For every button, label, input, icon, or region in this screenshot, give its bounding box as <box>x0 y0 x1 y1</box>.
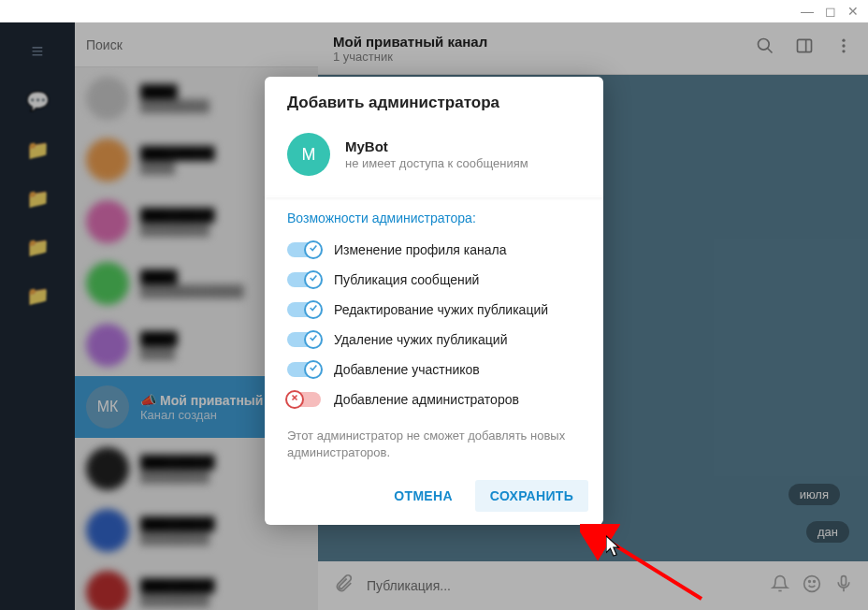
perm-label: Добавление участников <box>334 362 480 377</box>
close-button[interactable]: ✕ <box>847 4 859 19</box>
modal-title: Добавить администратора <box>265 77 603 120</box>
add-admin-modal: Добавить администратора M MyBot не имеет… <box>265 77 603 525</box>
modal-backdrop[interactable]: Добавить администратора M MyBot не имеет… <box>0 22 868 610</box>
user-name: MyBot <box>345 138 581 154</box>
perm-label: Редактирование чужих публикаций <box>334 302 548 317</box>
perm-label: Удаление чужих публикаций <box>334 332 507 347</box>
minimize-button[interactable]: — <box>801 4 814 19</box>
toggle-switch[interactable] <box>287 362 321 377</box>
toggle-switch[interactable] <box>287 392 321 407</box>
toggle-switch[interactable] <box>287 332 321 347</box>
toggle-switch[interactable] <box>287 302 321 317</box>
perm-change-profile[interactable]: Изменение профиля канала <box>287 235 581 265</box>
cancel-button[interactable]: ОТМЕНА <box>379 480 467 512</box>
perm-label: Добавление администраторов <box>334 392 519 407</box>
perm-add-admins[interactable]: Добавление администраторов <box>287 385 581 414</box>
toggle-switch[interactable] <box>287 242 321 257</box>
perm-label: Изменение профиля канала <box>334 242 506 257</box>
perm-edit-posts[interactable]: Редактирование чужих публикаций <box>287 295 581 325</box>
toggle-switch[interactable] <box>287 272 321 287</box>
maximize-button[interactable]: ◻ <box>825 4 836 19</box>
permissions-list: Изменение профиля канала Публикация сооб… <box>265 235 603 422</box>
permissions-section-title: Возможности администратора: <box>265 197 603 235</box>
modal-note: Этот администратор не сможет добавлять н… <box>265 422 603 474</box>
save-button[interactable]: СОХРАНИТЬ <box>475 480 588 512</box>
window-controls: — ◻ ✕ <box>791 0 868 22</box>
perm-delete-posts[interactable]: Удаление чужих публикаций <box>287 325 581 355</box>
perm-post-messages[interactable]: Публикация сообщений <box>287 265 581 295</box>
modal-user-row[interactable]: M MyBot не имеет доступа к сообщениям <box>265 120 603 196</box>
user-avatar: M <box>287 133 330 176</box>
user-status: не имеет доступа к сообщениям <box>345 156 581 170</box>
perm-add-users[interactable]: Добавление участников <box>287 355 581 385</box>
perm-label: Публикация сообщений <box>334 272 479 287</box>
